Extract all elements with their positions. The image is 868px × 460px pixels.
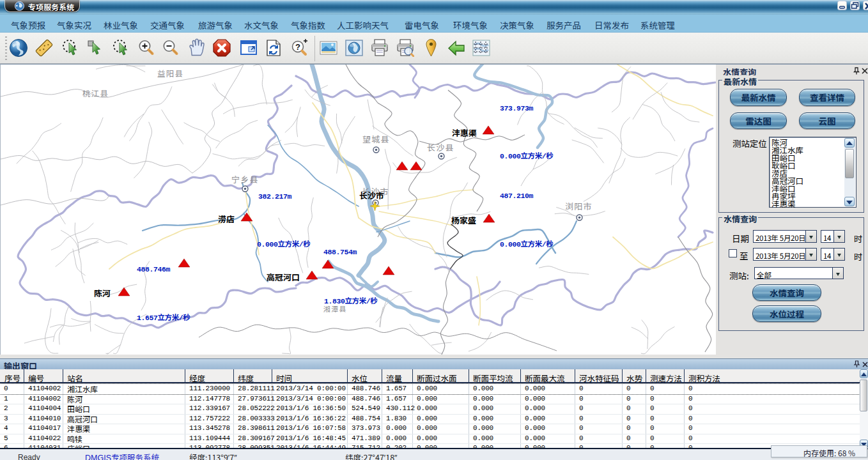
svg-text:?: ? <box>295 42 300 52</box>
